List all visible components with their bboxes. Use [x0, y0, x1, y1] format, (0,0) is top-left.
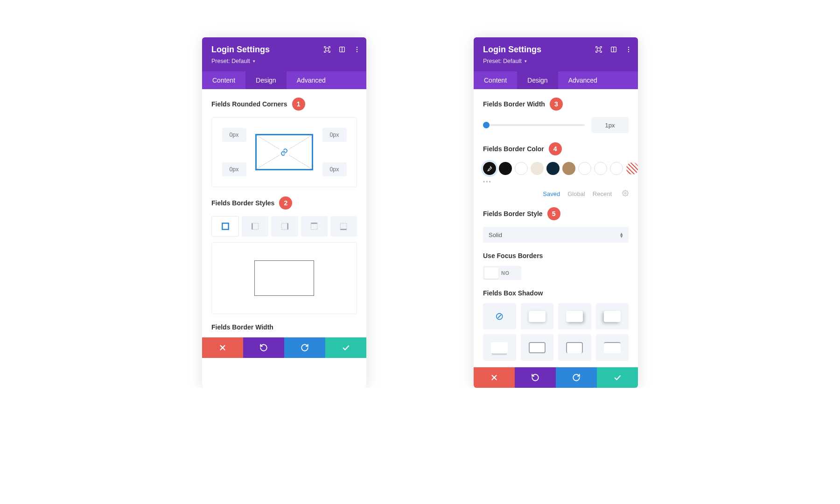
tab-advanced[interactable]: Advanced [558, 71, 608, 89]
color-tab-saved[interactable]: Saved [543, 190, 560, 197]
annotation-badge-1: 1 [292, 98, 305, 111]
svg-point-4 [357, 49, 357, 50]
columns-icon[interactable] [338, 46, 346, 53]
svg-point-22 [628, 51, 629, 52]
more-swatches-icon[interactable]: ••• [483, 179, 629, 185]
border-style-all[interactable] [211, 216, 239, 237]
box-shadow-label: Fields Box Shadow [483, 289, 629, 297]
shadow-option[interactable] [521, 303, 554, 329]
border-width-label-lower: Fields Border Width [211, 323, 357, 331]
svg-rect-7 [252, 223, 258, 229]
color-swatch[interactable] [578, 162, 591, 175]
color-tab-global[interactable]: Global [567, 190, 585, 197]
undo-button[interactable] [243, 337, 284, 358]
redo-button[interactable] [556, 367, 597, 388]
shadow-option[interactable] [596, 303, 629, 329]
tab-content[interactable]: Content [202, 71, 245, 89]
corner-top-right-input[interactable]: 0px [322, 128, 347, 142]
svg-rect-9 [281, 223, 287, 229]
expand-icon[interactable] [595, 46, 602, 53]
more-icon[interactable] [353, 46, 361, 53]
shadow-option[interactable] [521, 334, 554, 360]
cancel-button[interactable] [202, 337, 243, 358]
color-swatch-row [483, 162, 629, 175]
tab-content[interactable]: Content [474, 71, 517, 89]
annotation-badge-2: 2 [279, 196, 292, 210]
corner-bottom-right-input[interactable]: 0px [322, 162, 347, 176]
annotation-badge-5: 5 [547, 207, 560, 220]
svg-rect-17 [597, 48, 601, 51]
cancel-button[interactable] [474, 367, 515, 388]
columns-icon[interactable] [610, 46, 617, 53]
more-icon[interactable] [625, 46, 632, 53]
color-tab-recent[interactable]: Recent [593, 190, 612, 197]
tabs: Content Design Advanced [474, 71, 638, 89]
border-style-top[interactable] [301, 216, 328, 237]
preset-dropdown[interactable]: Preset: Default [483, 58, 527, 64]
color-swatch[interactable] [546, 162, 560, 175]
focus-borders-toggle[interactable]: NO [483, 266, 521, 280]
panel-footer [202, 337, 366, 358]
shadow-option[interactable] [596, 334, 629, 360]
preset-dropdown[interactable]: Preset: Default [211, 58, 255, 64]
svg-rect-11 [311, 223, 317, 229]
border-width-label: Fields Border Width 3 [483, 98, 629, 111]
none-icon: ⊘ [495, 310, 504, 322]
link-icon[interactable] [279, 147, 290, 158]
panel-header: Login Settings Preset: Default [474, 37, 638, 71]
color-swatch[interactable] [499, 162, 512, 175]
border-style-right[interactable] [271, 216, 298, 237]
border-style-picker [211, 216, 357, 237]
rounded-corners-editor: 0px 0px 0px 0px [211, 117, 357, 187]
annotation-badge-4: 4 [549, 142, 562, 155]
tab-design[interactable]: Design [245, 71, 287, 89]
svg-point-3 [357, 47, 357, 48]
shadow-none[interactable]: ⊘ [483, 303, 516, 329]
corner-top-left-input[interactable]: 0px [222, 128, 246, 142]
tabs: Content Design Advanced [202, 71, 366, 89]
border-style-bottom[interactable] [330, 216, 357, 237]
border-styles-label: Fields Border Styles 2 [211, 196, 357, 210]
panel-footer [474, 367, 638, 388]
expand-icon[interactable] [323, 46, 331, 53]
tab-advanced[interactable]: Advanced [287, 71, 336, 89]
settings-panel-left: Login Settings Preset: Default Content D… [202, 37, 366, 388]
svg-point-23 [624, 192, 626, 194]
border-width-value[interactable]: 1px [591, 117, 629, 133]
redo-button[interactable] [284, 337, 325, 358]
border-style-left[interactable] [242, 216, 268, 237]
border-preview-rect [254, 260, 314, 296]
color-swatch[interactable] [610, 162, 623, 175]
shadow-option[interactable] [483, 334, 516, 360]
tab-design[interactable]: Design [517, 71, 558, 89]
color-swatch[interactable] [562, 162, 575, 175]
svg-point-5 [357, 51, 357, 52]
border-preview-box [211, 242, 357, 314]
settings-panel-right: Login Settings Preset: Default Content D… [474, 37, 638, 388]
save-button[interactable] [325, 337, 366, 358]
shadow-option[interactable] [558, 303, 591, 329]
svg-rect-6 [222, 223, 228, 229]
svg-rect-0 [326, 48, 329, 51]
border-style-select[interactable]: Solid ▴▾ [483, 227, 629, 243]
box-shadow-grid: ⊘ [483, 303, 629, 361]
panel-header: Login Settings Preset: Default [202, 37, 366, 71]
annotation-badge-3: 3 [550, 98, 563, 111]
border-width-slider[interactable] [483, 122, 585, 128]
border-style-label: Fields Border Style 5 [483, 207, 629, 220]
chevron-updown-icon: ▴▾ [620, 232, 623, 238]
svg-point-21 [628, 49, 629, 50]
border-color-label: Fields Border Color 4 [483, 142, 629, 155]
focus-borders-label: Use Focus Borders [483, 252, 629, 259]
color-swatch[interactable] [515, 162, 528, 175]
eyedropper-swatch[interactable] [483, 162, 496, 175]
color-swatch[interactable] [594, 162, 607, 175]
rounded-corners-label: Fields Rounded Corners 1 [211, 98, 357, 111]
shadow-option[interactable] [558, 334, 591, 360]
gear-icon[interactable] [622, 190, 629, 198]
undo-button[interactable] [515, 367, 556, 388]
color-swatch[interactable] [531, 162, 544, 175]
save-button[interactable] [597, 367, 638, 388]
corner-bottom-left-input[interactable]: 0px [222, 162, 246, 176]
transparent-swatch[interactable] [626, 162, 638, 175]
